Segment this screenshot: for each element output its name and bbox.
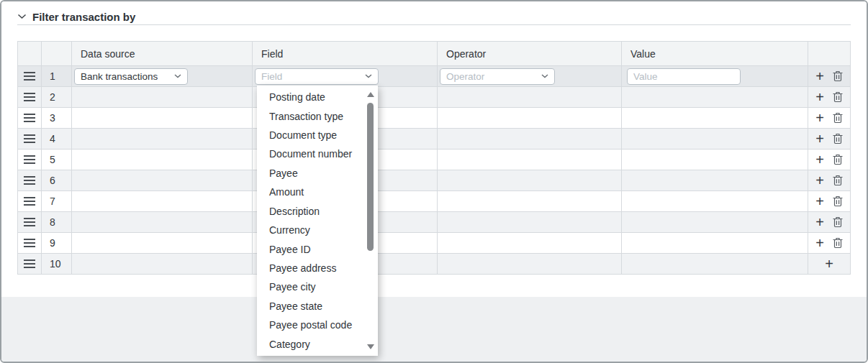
row-cell-value — [622, 108, 808, 128]
drag-handle-icon[interactable] — [24, 134, 35, 143]
table-row: 7 + — [18, 191, 850, 212]
row-cell-handle — [18, 170, 42, 190]
page-background — [1, 297, 867, 362]
field-dropdown-item[interactable]: Document number — [257, 144, 378, 163]
data-source-select-value: Bank transactions — [81, 71, 158, 82]
trash-icon — [833, 216, 843, 228]
add-row-button[interactable]: + — [815, 173, 824, 188]
add-row-button[interactable]: + — [815, 69, 824, 83]
add-row-button[interactable]: + — [815, 236, 824, 250]
row-cell-actions: + — [808, 150, 850, 170]
row-number: 6 — [42, 170, 72, 190]
field-dropdown-item[interactable]: Payee postal code — [257, 316, 378, 334]
row-number: 3 — [42, 108, 72, 128]
row-cell-actions: + — [808, 87, 850, 107]
delete-row-button[interactable] — [833, 216, 843, 228]
row-cell-operator — [438, 170, 622, 190]
row-cell-data-source — [72, 87, 253, 107]
field-dropdown-item[interactable]: Document type — [257, 126, 378, 144]
row-cell-handle — [18, 254, 42, 274]
delete-row-button[interactable] — [833, 196, 843, 207]
row-cell-actions: + — [808, 170, 850, 190]
scroll-down-icon[interactable] — [367, 344, 374, 349]
field-dropdown-item[interactable]: Payee state — [257, 297, 378, 316]
row-cell-operator — [438, 191, 622, 211]
field-dropdown-item[interactable]: Payee — [257, 164, 378, 183]
row-cell-actions: + — [808, 108, 850, 128]
field-dropdown-item[interactable]: Currency — [257, 221, 378, 239]
row-cell-operator — [438, 150, 622, 170]
row-number: 4 — [42, 129, 72, 149]
field-dropdown-item[interactable]: Transaction type — [257, 106, 378, 125]
delete-row-button[interactable] — [833, 112, 843, 124]
row-cell-data-source — [72, 108, 253, 128]
field-dropdown-item[interactable]: Posting date — [257, 88, 378, 106]
drag-handle-icon[interactable] — [24, 72, 35, 81]
add-row-button[interactable]: + — [815, 111, 824, 125]
field-dropdown-item[interactable]: Amount — [257, 183, 378, 201]
delete-row-button[interactable] — [833, 175, 843, 186]
dropdown-scrollbar[interactable] — [366, 90, 376, 351]
drag-handle-icon[interactable] — [24, 197, 35, 206]
row-cell-value — [622, 129, 808, 149]
row-cell-value — [622, 170, 808, 190]
row-cell-handle — [18, 87, 42, 107]
delete-row-button[interactable] — [833, 237, 843, 249]
drag-handle-icon[interactable] — [24, 114, 35, 122]
add-row-button[interactable]: + — [815, 90, 824, 104]
drag-handle-icon[interactable] — [24, 239, 35, 247]
row-cell-operator — [438, 212, 622, 232]
scroll-up-icon[interactable] — [367, 92, 374, 97]
add-row-button[interactable]: + — [815, 132, 824, 146]
table-row: 8 + — [18, 212, 850, 233]
field-select[interactable]: Field — [255, 68, 379, 85]
row-cell-data-source: Bank transactions — [72, 66, 253, 86]
row-cell-data-source — [72, 233, 253, 253]
field-dropdown-item[interactable]: Description — [257, 202, 378, 221]
row-cell-actions: + — [808, 233, 850, 253]
row-cell-operator — [438, 87, 622, 107]
delete-row-button[interactable] — [833, 154, 843, 165]
value-input[interactable] — [627, 68, 741, 85]
row-cell-value — [622, 191, 808, 211]
row-cell-actions: + — [808, 191, 850, 211]
filter-table: Data source Field Operator Value 1 Bank … — [17, 41, 851, 275]
table-row: 1 Bank transactions Field — [18, 66, 850, 87]
add-row-button[interactable]: + — [815, 152, 824, 167]
delete-row-button[interactable] — [833, 133, 843, 144]
row-cell-handle — [18, 150, 42, 170]
drag-handle-icon[interactable] — [24, 93, 35, 101]
row-cell-operator — [438, 108, 622, 128]
drag-handle-icon[interactable] — [24, 155, 35, 164]
row-cell-operator: Operator — [438, 66, 622, 86]
add-row-button[interactable]: + — [815, 194, 824, 208]
chevron-down-icon — [365, 74, 372, 78]
row-number: 8 — [42, 212, 72, 232]
table-body: 1 Bank transactions Field — [18, 66, 850, 275]
field-select-placeholder: Field — [261, 71, 282, 82]
table-row: 4 + — [18, 129, 850, 150]
row-cell-data-source — [72, 150, 253, 170]
add-row-button[interactable]: + — [815, 215, 824, 229]
drag-handle-icon[interactable] — [24, 176, 35, 185]
header-field: Field — [253, 42, 438, 65]
delete-row-button[interactable] — [833, 91, 843, 103]
trash-icon — [833, 133, 843, 144]
field-dropdown-item[interactable]: Payee ID — [257, 239, 378, 258]
field-dropdown-item[interactable]: Category — [257, 334, 378, 353]
row-cell-field: Field — [253, 66, 438, 86]
field-dropdown-list: Posting dateTransaction typeDocument typ… — [257, 86, 378, 356]
section-toggle[interactable]: Filter transaction by — [17, 9, 135, 24]
chevron-down-icon — [174, 74, 181, 78]
row-cell-value — [622, 254, 808, 274]
scrollbar-thumb[interactable] — [367, 103, 374, 251]
field-dropdown-item[interactable]: Payee address — [257, 259, 378, 277]
drag-handle-icon[interactable] — [24, 218, 35, 226]
operator-select[interactable]: Operator — [440, 68, 555, 85]
add-row-button[interactable]: + — [825, 257, 833, 271]
drag-handle-icon[interactable] — [24, 259, 35, 268]
data-source-select[interactable]: Bank transactions — [74, 68, 188, 85]
field-dropdown-item[interactable]: Payee city — [257, 277, 378, 296]
delete-row-button[interactable] — [833, 70, 843, 82]
trash-icon — [833, 70, 843, 82]
